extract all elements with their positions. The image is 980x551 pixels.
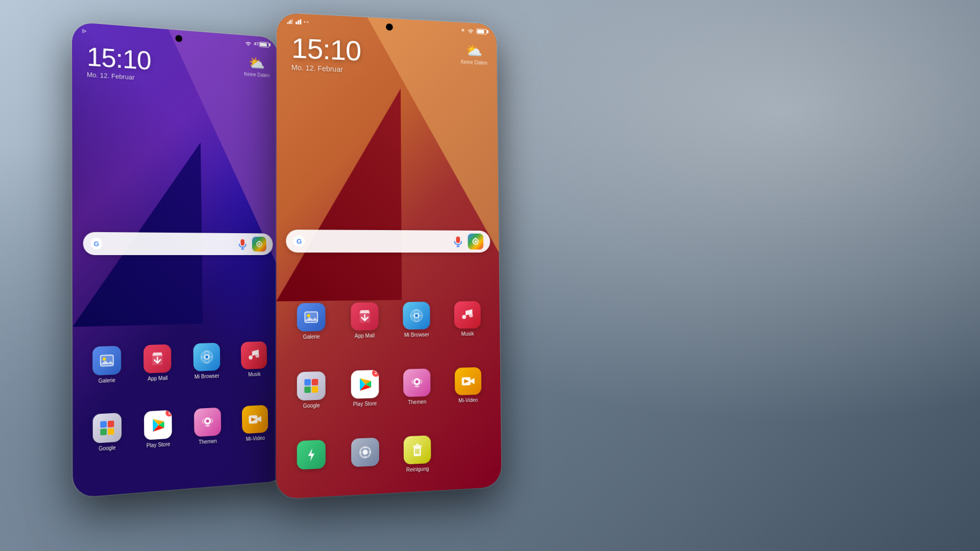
battery-icon-left: [259, 41, 269, 47]
playstore-badge-right: 2: [372, 370, 379, 378]
playstore-icon-svg-right: [357, 375, 373, 393]
wifi-icon-left: [245, 40, 252, 46]
search-spacer-right: [309, 241, 453, 242]
svg-point-58: [362, 449, 368, 455]
svg-rect-32: [456, 237, 460, 243]
app-settings-right[interactable]: [347, 437, 384, 475]
app-galerie-right[interactable]: Galerie: [292, 303, 330, 340]
appmall-icon-svg-right: [356, 308, 373, 325]
app-playstore-right[interactable]: 2: [346, 369, 383, 407]
trash-icon-svg-right: [409, 441, 426, 459]
settings-icon-svg-right: [357, 443, 374, 461]
svg-rect-51: [312, 386, 318, 393]
app-musik-label-right: Musik: [461, 331, 474, 337]
themen-icon-svg-left: [200, 413, 216, 431]
battery-tip-left: [269, 43, 271, 46]
app-musik-left[interactable]: Musik: [236, 341, 272, 378]
app-google-label-left: Google: [99, 445, 116, 452]
svg-rect-27: [290, 20, 291, 24]
svg-rect-29: [296, 21, 297, 24]
status-right-icons-right: ✕: [461, 28, 487, 34]
google-g-left: G: [90, 238, 102, 249]
geo-shape2-right: [276, 84, 402, 301]
google-grid-svg-right: [303, 377, 320, 394]
app-themen-left[interactable]: Themen: [189, 407, 226, 446]
mivideo-icon-svg-left: [248, 411, 263, 428]
status-icon1-right: [287, 19, 293, 24]
svg-rect-17: [108, 420, 114, 427]
svg-rect-18: [100, 429, 107, 435]
svg-rect-6: [101, 355, 113, 366]
app-google-right[interactable]: Google: [292, 371, 331, 409]
svg-rect-38: [305, 312, 318, 323]
playstore-icon-svg-left: [150, 416, 167, 434]
app-galerie-label-right: Galerie: [303, 334, 320, 340]
app-musik-right[interactable]: Musik: [450, 302, 485, 337]
musik-icon-svg-right: [459, 307, 475, 323]
svg-rect-16: [100, 421, 107, 428]
lens-svg-right: [471, 237, 480, 246]
svg-marker-55: [471, 378, 475, 384]
status-right-icons: 47: [245, 40, 269, 47]
search-bar-left[interactable]: G: [83, 232, 273, 255]
google-grid-svg-left: [99, 419, 116, 437]
weather-label-right: Keine Daten: [461, 59, 487, 66]
app-appmall-label-right: App Mall: [355, 333, 375, 339]
status-left-icons-right: • •: [287, 19, 309, 25]
svg-rect-30: [298, 20, 299, 24]
search-spacer-left: [106, 243, 238, 244]
svg-rect-31: [300, 19, 301, 24]
app-playstore-left[interactable]: 1: [139, 410, 177, 449]
app-themen-label-right: Themen: [408, 398, 426, 405]
battery-fill-right: [477, 30, 484, 33]
svg-point-4: [258, 243, 260, 245]
app-reinigung-right[interactable]: Reinigung: [399, 435, 436, 473]
lens-icon-left: [252, 237, 266, 252]
app-galerie-left[interactable]: Galerie: [87, 345, 126, 384]
svg-point-14: [249, 356, 253, 360]
mibrowser-icon-svg: [199, 348, 214, 365]
app-mivideo-right[interactable]: Mi-Video: [450, 367, 486, 404]
status-icon2-right: [296, 19, 302, 24]
time-left: 15:10: [87, 43, 151, 74]
svg-rect-50: [305, 386, 311, 393]
svg-marker-57: [308, 448, 314, 461]
weather-widget-left: ⛅ Keine Daten: [244, 55, 270, 79]
google-g-right: G: [293, 235, 305, 246]
wallpaper-right: [276, 13, 502, 499]
svg-marker-23: [258, 416, 262, 422]
mibrowser-icon-svg-right: [408, 308, 425, 324]
app-google-left[interactable]: Google: [88, 412, 127, 452]
app-appmall-left[interactable]: App Mall: [139, 344, 176, 382]
app-mibrowser-right[interactable]: Mi Browser: [399, 302, 435, 338]
musik-icon-svg: [247, 347, 262, 364]
svg-rect-48: [305, 379, 311, 386]
search-bar-right[interactable]: G: [286, 230, 490, 253]
weather-icon-right: ⛅: [460, 42, 487, 59]
phone-right-body: • • ✕: [276, 13, 502, 499]
app-google-label-right: Google: [303, 403, 320, 409]
phone-right: • • ✕: [276, 13, 502, 499]
time-display-left: 15:10 Mo. 12. Februar: [87, 43, 151, 82]
phone-left: ▷ 47: [72, 22, 287, 498]
phones-container: ▷ 47: [0, 0, 980, 551]
svg-rect-62: [416, 443, 419, 445]
app-playstore-label-right: Play Store: [353, 400, 377, 407]
app-galerie-label-left: Galerie: [99, 377, 116, 384]
empty-slot-right: [455, 433, 482, 462]
svg-rect-26: [289, 21, 290, 24]
app-themen-right[interactable]: Themen: [399, 368, 435, 406]
app-boost-right[interactable]: [292, 439, 331, 478]
app-mivideo-left[interactable]: Mi-Video: [237, 405, 273, 442]
status-left-icons: ▷: [83, 28, 86, 33]
svg-point-36: [474, 240, 477, 243]
app-mibrowser-left[interactable]: Mi Browser: [188, 343, 225, 380]
app-row2-right: Google 2: [284, 367, 494, 410]
phone-right-screen: • • ✕: [276, 13, 502, 499]
phone-left-screen: ▷ 47: [72, 22, 287, 498]
app-appmall-right[interactable]: App Mall: [346, 303, 383, 339]
app-themen-label-left: Themen: [199, 438, 217, 445]
playstore-badge-left: 1: [165, 410, 173, 417]
app-appmall-label-left: App Mall: [148, 375, 167, 382]
galerie-icon-svg-right: [304, 309, 320, 325]
